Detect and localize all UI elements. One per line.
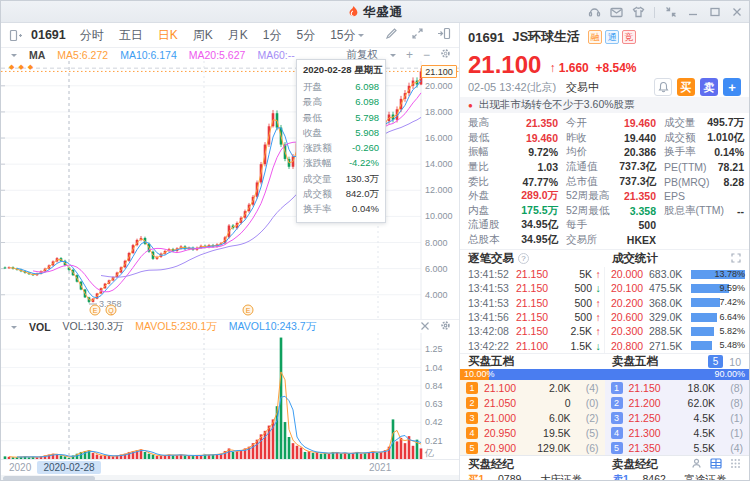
tooltip-row: 涨跌额-0.260 [303, 140, 379, 155]
close-icon[interactable] [730, 6, 743, 19]
tick-trades-title[interactable]: 逐笔交易 [468, 251, 514, 266]
tab-1分[interactable]: 1分 [263, 27, 282, 44]
order-book-row[interactable]: 121.1002.0K(4) [460, 380, 605, 395]
quote-cell [664, 233, 744, 248]
symbol-code[interactable]: 01691 [31, 28, 66, 42]
indicator-name[interactable]: MA [29, 49, 45, 61]
ask-broker-id: 8462 [643, 473, 685, 481]
ask-ratio-value: 90.00% [714, 369, 745, 380]
mail-icon[interactable] [610, 6, 623, 19]
tooltip-row: 收盘5.908 [303, 125, 379, 140]
quote-grid: 最高21.350今开19.460成交量495.7万最低19.460昨收19.44… [460, 113, 749, 249]
draw-pencil-icon[interactable] [385, 26, 398, 44]
annotation-markers: ◆◆◆ [9, 63, 37, 71]
tab-日K[interactable]: 日K [158, 27, 178, 44]
help-icon[interactable]: ? [518, 253, 529, 264]
ask-levels: 121.15018.0K(8)221.20062.0K(8)321.2504.5… [605, 380, 750, 455]
minimize-icon[interactable] [686, 6, 699, 19]
buy-button[interactable]: 买 [677, 78, 695, 96]
tooltip-row: 最低5.798 [303, 110, 379, 125]
indicator-row: MA MA5:6.272 MA10:6.174 MA20:5.627 MA60:… [1, 48, 459, 61]
order-book-row[interactable]: 521.3505.5K(4) [605, 440, 750, 455]
volume-indicator-row: VOL VOL:130.3万 MAVOL5:230.1万 MAVOL10:243… [1, 319, 459, 333]
customer-service-icon[interactable] [588, 6, 601, 19]
tab-五日[interactable]: 五日 [119, 27, 143, 44]
panel-left-icon[interactable] [9, 29, 23, 42]
tab-月K[interactable]: 月K [228, 27, 248, 44]
collapse-window-icon[interactable] [664, 6, 677, 19]
fullscreen-icon[interactable] [411, 26, 424, 44]
horizontal-scrollbar[interactable] [1, 475, 459, 481]
broker-list-view-icon[interactable] [710, 458, 722, 471]
order-book-row[interactable]: 421.3004.5K(1) [605, 425, 750, 440]
order-book-row[interactable]: 221.20062.0K(8) [605, 395, 750, 410]
price-row: 21.100 ↑ 1.660 +8.54% [460, 51, 749, 77]
add-watchlist-button[interactable]: + [723, 78, 741, 96]
depth-5-toggle[interactable]: 5 [708, 355, 723, 368]
broker-person-icon[interactable] [691, 458, 702, 471]
scrollbar-thumb[interactable] [3, 476, 95, 481]
tab-周K[interactable]: 周K [193, 27, 213, 44]
svg-text:1.25: 1.25 [425, 344, 443, 354]
order-book-row[interactable]: 321.0006.0K(2) [460, 410, 605, 425]
tab-15分[interactable]: 15分 [330, 27, 355, 44]
trade-row: 13:41:5221.1505K↑ [468, 267, 604, 281]
quote-panel: 01691 JS环球生活 融通竞 21.100 ↑ 1.660 +8.54% 0… [459, 23, 749, 481]
volume-settings-gear-icon[interactable] [440, 320, 451, 333]
quote-cell: 52周最低3.358 [566, 204, 664, 219]
svg-text:16.000: 16.000 [425, 133, 453, 143]
candlestick-chart[interactable]: 20.00018.00016.00014.00012.00010.0008.00… [1, 61, 459, 319]
trades-and-stats: 13:41:5221.1505K↑13:41:5321.150500↓13:41… [460, 267, 749, 353]
tab-5分[interactable]: 5分 [297, 27, 316, 44]
stat-bar [691, 341, 712, 350]
svg-text:0.21: 0.21 [425, 436, 443, 446]
order-book-row[interactable]: 520.900129.0K(6) [460, 440, 605, 455]
alert-bell-icon[interactable] [654, 78, 672, 96]
quote-cell: 成交额1.010亿 [664, 131, 744, 146]
price-change-pct: +8.54% [595, 61, 636, 75]
order-book-row[interactable]: 321.2504.5K(1) [605, 410, 750, 425]
sell-button[interactable]: 卖 [700, 78, 718, 96]
expand-stats-icon[interactable] [731, 253, 741, 265]
ma20-value: MA20:5.627 [189, 49, 246, 61]
theme-skin-icon[interactable] [632, 6, 645, 19]
trade-row: 13:41:5621.150500↑ [468, 310, 604, 324]
quote-cell [664, 218, 744, 233]
order-book-row[interactable]: 420.95019.5K(5) [460, 425, 605, 440]
adjust-dropdown-icon[interactable] [390, 54, 396, 60]
mavol10-value: MAVOL10:243.7万 [229, 320, 316, 334]
broker-grid-view-icon[interactable] [730, 458, 741, 471]
titlebar: 华盛通 [1, 1, 749, 23]
order-book-row[interactable]: 221.0500(0) [460, 395, 605, 410]
quote-cell: 52周最高21.350 [566, 189, 664, 204]
divider [654, 7, 655, 18]
current-price-axis-badge: 21.100 [421, 65, 457, 78]
volume-chart[interactable]: 1.251.040.840.630.420.21亿 [1, 333, 459, 459]
order-book-row[interactable]: 121.15018.0K(8) [605, 380, 750, 395]
time-axis: 2020 2020-02-28 2021 [1, 459, 459, 475]
chart-settings-gear-icon[interactable] [440, 48, 451, 61]
stat-bar [691, 298, 720, 307]
zoom-in-icon[interactable]: + [406, 50, 413, 60]
zoom-out-icon[interactable]: − [423, 50, 430, 60]
candlestick-chart-area[interactable]: 20.00018.00016.00014.00012.00010.0008.00… [1, 61, 459, 319]
maximize-icon[interactable] [708, 6, 721, 19]
quote-cell: 总市值737.3亿 [566, 174, 664, 189]
broker-queue-header: 买盘经纪 卖盘经纪 [460, 455, 749, 472]
announcement-text: 出现非市场转仓不少于3.60%股票 [479, 98, 635, 112]
trade-stats-title[interactable]: 成交统计 [612, 251, 658, 266]
volume-name[interactable]: VOL [29, 321, 51, 333]
collapse-indicator-icon[interactable] [11, 54, 17, 60]
ask-brokers-title: 卖盘经纪 [612, 457, 658, 472]
collapse-volume-icon[interactable] [11, 326, 17, 332]
bid-levels-title: 买盘五档 [468, 354, 514, 369]
change-arrow-icon: ↑ [549, 61, 555, 75]
more-periods-dropdown-icon[interactable] [358, 34, 364, 40]
quote-cell: 均价20.386 [566, 145, 664, 160]
announcement-bar[interactable]: ● 出现非市场转仓不少于3.60%股票 [460, 97, 749, 113]
panel-right-icon[interactable] [437, 26, 451, 44]
depth-10-toggle[interactable]: 10 [729, 356, 741, 368]
tab-分时[interactable]: 分时 [80, 27, 104, 44]
ma5-value: MA5:6.272 [57, 49, 108, 61]
close-volume-icon[interactable] [420, 321, 430, 333]
